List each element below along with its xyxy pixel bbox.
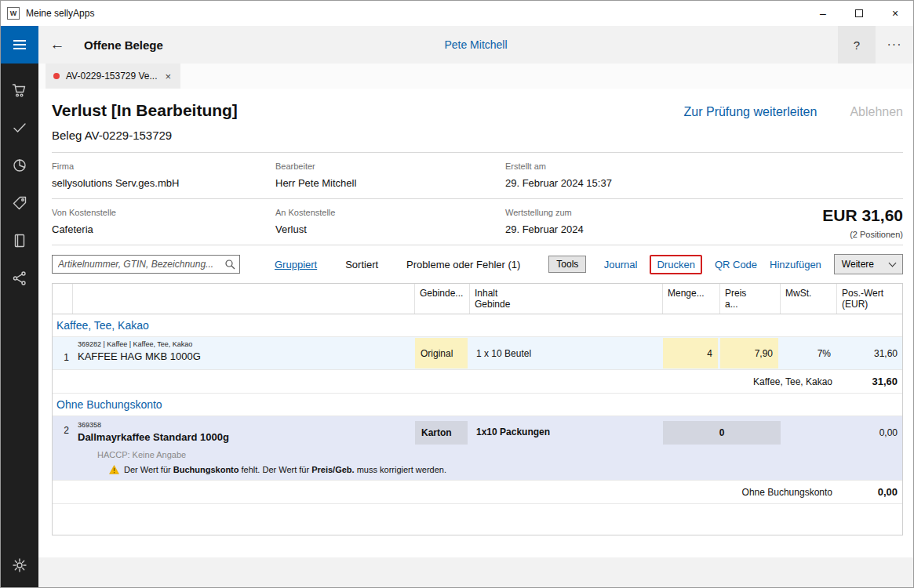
tab-document[interactable]: AV-0229-153729 Ve... ×: [46, 64, 180, 89]
more-options-button[interactable]: ···: [876, 26, 913, 64]
help-button[interactable]: ?: [838, 26, 876, 64]
warning-triangle-icon: [109, 465, 119, 474]
probleme-filter[interactable]: Probleme oder Fehler (1): [406, 259, 520, 270]
book-icon: [12, 233, 27, 249]
toolbar-right: Journal Drucken QR Code Hinzufügen Weite…: [604, 254, 903, 274]
drucken-link[interactable]: Drucken: [657, 259, 694, 270]
tab-close-icon[interactable]: ×: [164, 71, 173, 82]
search-input[interactable]: [58, 259, 224, 270]
preis-cell[interactable]: 7,90: [720, 338, 778, 368]
back-button[interactable]: ←: [38, 26, 76, 64]
poswert-cell: 0,00: [837, 416, 902, 445]
tools-button[interactable]: Tools: [548, 256, 586, 273]
table-row[interactable]: 2 369358 Dallmayrkaffee Standard 1000g K…: [53, 416, 902, 481]
sidebar-item-reports[interactable]: [1, 147, 38, 184]
share-icon: [12, 270, 27, 286]
field-bearbeiter: Bearbeiter Herr Pete Mitchell: [275, 162, 505, 189]
field-label: Bearbeiter: [275, 162, 505, 171]
col-header-poswert: Pos.-Wert (EUR): [837, 284, 902, 314]
qr-code-link[interactable]: QR Code: [715, 259, 757, 270]
subtotal-value: 0,00: [832, 486, 898, 498]
article-meta: 369358: [78, 421, 410, 429]
inhalt-cell: 1x10 Packungen: [470, 416, 663, 445]
app-header-bar: ← Offene Belege Pete Mitchell ? ···: [38, 26, 913, 64]
sidebar-item-tasks[interactable]: [1, 109, 38, 147]
document-total: EUR 31,60 (2 Positionen): [822, 206, 903, 239]
current-user[interactable]: Pete Mitchell: [444, 38, 507, 51]
table-empty-area: [53, 504, 902, 535]
field-erstellt-am: Erstellt am 29. Februar 2024 15:37: [505, 162, 903, 189]
inhalt-cell: 1 x 10 Beutel: [470, 337, 663, 369]
window-title: Meine sellyApps: [26, 8, 94, 19]
row-number: 2: [53, 416, 73, 445]
reject-button[interactable]: Ablehnen: [850, 105, 903, 119]
toolbar-left: Gruppiert Sortiert Probleme oder Fehler …: [275, 256, 586, 273]
menge-cell[interactable]: 4: [663, 338, 718, 368]
chevron-down-icon: [889, 260, 897, 267]
poswert-cell: 31,60: [837, 337, 902, 369]
article-name: Dallmayrkaffee Standard 1000g: [78, 431, 410, 443]
gebinde-cell[interactable]: Original: [415, 338, 468, 368]
fields-row-2: Von Kostenstelle Cafeteria An Kostenstel…: [52, 199, 903, 245]
sidebar-item-journal[interactable]: [1, 222, 38, 260]
appbar-actions: ? ···: [838, 26, 913, 64]
maximize-icon: [855, 9, 863, 17]
maximize-button[interactable]: [841, 1, 877, 26]
checkmark-icon: [12, 120, 27, 136]
hamburger-menu-button[interactable]: [1, 26, 38, 64]
group-header-kaffee: Kaffee, Tee, Kakao: [53, 314, 902, 337]
col-header-gebinde: Gebinde...: [415, 284, 470, 314]
forward-for-review-button[interactable]: Zur Prüfung weiterleiten: [684, 105, 818, 119]
gruppiert-toggle[interactable]: Gruppiert: [275, 259, 317, 270]
field-label: Von Kostenstelle: [52, 208, 275, 217]
haccp-info: HACCP: Keine Angabe: [73, 445, 902, 459]
titlebar: W Meine sellyApps – ×: [1, 1, 913, 26]
page-title: Offene Belege: [84, 38, 163, 52]
warning-text: Der Wert für Buchungskonto fehlt. Der We…: [124, 465, 446, 474]
document-header: Verlust [In Bearbeitung] Zur Prüfung wei…: [52, 101, 903, 142]
article-description: 369282 | Kaffee | Kaffee, Tee, Kakao KAF…: [73, 337, 415, 369]
document-subtitle: Beleg AV-0229-153729: [52, 129, 903, 142]
menge-cell[interactable]: 0: [663, 421, 781, 445]
close-button[interactable]: ×: [877, 1, 913, 26]
field-firma: Firma sellysolutions Serv.ges.mbH: [52, 162, 275, 189]
sidebar-item-settings[interactable]: [1, 546, 38, 584]
field-value: sellysolutions Serv.ges.mbH: [52, 177, 275, 189]
field-label: Firma: [52, 162, 275, 171]
field-value: Cafeteria: [52, 223, 275, 235]
field-value: 29. Februar 2024 15:37: [505, 177, 903, 189]
hinzufuegen-link[interactable]: Hinzufügen: [770, 259, 821, 270]
article-meta: 369282 | Kaffee | Kaffee, Tee, Kakao: [78, 340, 410, 348]
field-von-kostenstelle: Von Kostenstelle Cafeteria: [52, 208, 275, 235]
fields-row-1: Firma sellysolutions Serv.ges.mbH Bearbe…: [52, 153, 903, 199]
items-toolbar: Gruppiert Sortiert Probleme oder Fehler …: [52, 245, 903, 283]
hamburger-icon: [13, 40, 26, 42]
table-header-row: Gebinde... Inhalt Gebinde Menge... Preis…: [53, 284, 902, 314]
subtotal-label: Kaffee, Tee, Kakao: [753, 376, 832, 387]
app-logo-icon: W: [7, 7, 20, 20]
table-row[interactable]: 1 369282 | Kaffee | Kaffee, Tee, Kakao K…: [53, 337, 902, 370]
sidebar-item-prices[interactable]: [1, 184, 38, 222]
subtotal-row-ohne-buchungskonto: Ohne Buchungskonto 0,00: [53, 481, 902, 504]
sortiert-toggle[interactable]: Sortiert: [345, 259, 378, 270]
gear-icon: [12, 557, 27, 573]
total-amount: EUR 31,60: [822, 206, 903, 225]
sidebar: [1, 26, 38, 587]
minimize-button[interactable]: –: [805, 1, 841, 26]
field-label: Erstellt am: [505, 162, 903, 171]
sidebar-item-cart[interactable]: [1, 71, 38, 109]
weitere-dropdown[interactable]: Weitere: [834, 254, 903, 274]
document-actions: Zur Prüfung weiterleiten Ablehnen: [684, 105, 903, 119]
group-header-ohne-buchungskonto: Ohne Buchungskonto: [53, 394, 902, 416]
app-window: W Meine sellyApps – ×: [0, 0, 914, 588]
unsaved-dot-icon: [53, 73, 60, 79]
app-body: ← Offene Belege Pete Mitchell ? ··· AV-0…: [1, 26, 913, 587]
subtotal-value: 31,60: [832, 376, 898, 387]
subtotal-label: Ohne Buchungskonto: [742, 487, 832, 498]
tab-strip: AV-0229-153729 Ve... ×: [38, 64, 913, 89]
gebinde-cell[interactable]: Karton: [415, 421, 468, 445]
sidebar-item-share[interactable]: [1, 260, 38, 297]
items-table: Gebinde... Inhalt Gebinde Menge... Preis…: [52, 283, 903, 535]
search-box: [52, 255, 240, 274]
journal-link[interactable]: Journal: [604, 259, 638, 270]
